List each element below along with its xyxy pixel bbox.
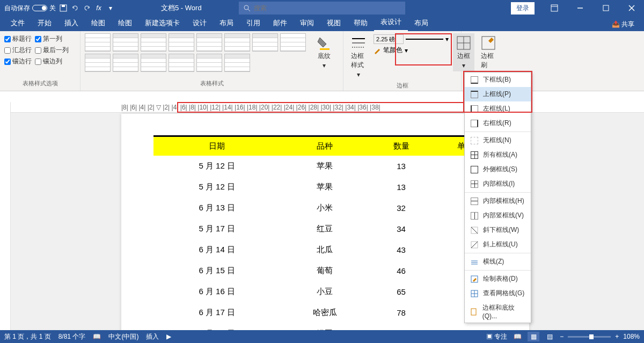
tab-draw2[interactable]: 绘图 [112, 15, 138, 31]
dd-inside-borders[interactable]: 内部框线(I) [465, 177, 531, 191]
dd-borders-dialog[interactable]: 边框和底纹(Q)... [465, 301, 531, 323]
style-thumb[interactable] [141, 54, 166, 72]
table-row[interactable]: 6 月 16 日小豆65 [153, 281, 497, 302]
focus-mode[interactable]: ▣ 专注 [486, 332, 507, 341]
tab-design[interactable]: 设计 [186, 15, 213, 31]
dd-hline[interactable]: 横线(Z) [465, 254, 531, 269]
search-box[interactable] [239, 2, 405, 14]
zoom-out-icon[interactable]: − [560, 333, 564, 340]
tab-review[interactable]: 审阅 [294, 15, 320, 31]
view-read-icon[interactable]: 📖 [511, 332, 523, 341]
chk-banded-col[interactable]: 镶边列 [35, 57, 69, 66]
redo-icon[interactable] [83, 4, 91, 12]
dd-diag-up[interactable]: 斜上框线(U) [465, 237, 531, 252]
table-cell[interactable]: 65 [369, 281, 433, 302]
dd-outside-borders[interactable]: 外侧框线(S) [465, 162, 531, 177]
table-row[interactable]: 6 月 14 日北瓜43 [153, 239, 497, 260]
ribbon-display-icon[interactable] [542, 0, 567, 16]
dd-draw-table[interactable]: 绘制表格(D) [465, 272, 531, 286]
undo-icon[interactable] [71, 4, 79, 12]
style-thumb[interactable] [196, 54, 222, 72]
dd-all-borders[interactable]: 所有框线(A) [465, 148, 531, 162]
maximize-icon[interactable] [594, 0, 618, 16]
view-print-icon[interactable]: ▦ [528, 332, 539, 341]
table-cell[interactable]: 6 月 17 日 [153, 302, 280, 323]
table-cell[interactable]: 苹果 [280, 177, 369, 198]
table-cell[interactable]: 苹果 [280, 156, 369, 177]
th-kind[interactable]: 品种 [280, 136, 369, 156]
chk-total-row[interactable]: 汇总行 [4, 46, 32, 55]
table-cell[interactable]: 6 月 13 日 [153, 198, 280, 218]
table-cell[interactable]: 5 月 12 日 [153, 156, 280, 177]
minimize-icon[interactable] [568, 0, 592, 16]
tab-draw1[interactable]: 绘图 [85, 15, 112, 31]
table-cell[interactable]: 北瓜 [280, 239, 369, 260]
table-cell[interactable]: 5 月 12 日 [153, 177, 280, 198]
chk-first-col[interactable]: 第一列 [35, 34, 69, 43]
dd-diag-down[interactable]: 斜下框线(W) [465, 223, 531, 237]
tab-file[interactable]: 文件 [4, 15, 31, 31]
th-date[interactable]: 日期 [153, 136, 280, 156]
data-table[interactable]: 日期 品种 数量 单价 5 月 12 日苹果135 月 12 日苹果136 月 … [153, 135, 497, 330]
table-cell[interactable]: 小豆 [280, 281, 369, 302]
style-thumb[interactable] [141, 33, 166, 52]
table-cell[interactable]: 哈密瓜 [280, 302, 369, 323]
login-button[interactable]: 登录 [511, 2, 535, 14]
tab-mail[interactable]: 邮件 [267, 15, 294, 31]
table-styles-gallery[interactable] [85, 33, 310, 72]
table-cell[interactable]: 葡萄 [280, 260, 369, 281]
dd-inside-h[interactable]: 内部横框线(H) [465, 194, 531, 208]
view-web-icon[interactable]: ▤ [544, 332, 555, 341]
qat-dropdown-icon[interactable]: ▾ [106, 4, 115, 12]
dd-left-border[interactable]: 左框线(L) [465, 101, 531, 116]
border-weight[interactable]: 2.25 磅 ▾ [374, 34, 449, 44]
table-cell[interactable]: 43 [369, 239, 433, 260]
tab-layout[interactable]: 布局 [213, 15, 240, 31]
table-cell[interactable]: 32 [369, 198, 433, 218]
style-thumb[interactable] [196, 33, 222, 52]
table-row[interactable]: 5 月 17 日红豆34 [153, 218, 497, 239]
table-cell[interactable]: 78 [369, 302, 433, 323]
table-cell[interactable]: 78 [369, 323, 433, 330]
dd-inside-v[interactable]: 内部竖框线(V) [465, 208, 531, 223]
tab-home[interactable]: 开始 [31, 15, 58, 31]
table-cell[interactable]: 6 月 18 日 [153, 323, 280, 330]
table-row[interactable]: 5 月 12 日苹果13 [153, 156, 497, 177]
status-lang[interactable]: 中文(中国) [108, 332, 138, 341]
status-page[interactable]: 第 1 页，共 1 页 [4, 332, 51, 341]
zoom-in-icon[interactable]: + [615, 333, 619, 340]
status-words[interactable]: 8/81 个字 [58, 332, 86, 341]
tab-table-design[interactable]: 表设计 [374, 14, 408, 31]
table-cell[interactable]: 13 [369, 177, 433, 198]
table-cell[interactable]: 4 [433, 323, 497, 330]
shading-button[interactable]: 底纹▾ [313, 33, 335, 71]
zoom-slider[interactable] [568, 336, 611, 338]
table-cell[interactable]: 小米 [280, 198, 369, 218]
table-cell[interactable]: 6 月 14 日 [153, 239, 280, 260]
tab-help[interactable]: 帮助 [347, 15, 374, 31]
table-cell[interactable]: 绿豆 [280, 323, 369, 330]
style-thumb[interactable] [85, 33, 111, 52]
autosave-toggle[interactable]: 自动保存 关 [4, 4, 56, 13]
style-thumb[interactable] [169, 33, 194, 52]
th-qty[interactable]: 数量 [369, 136, 433, 156]
save-icon[interactable] [59, 4, 68, 12]
table-row[interactable]: 6 月 17 日哈密瓜78 [153, 302, 497, 323]
pen-color-button[interactable]: 笔颜色▾ [374, 46, 449, 55]
chk-banded-row[interactable]: 镶边行 [4, 57, 32, 66]
style-thumb[interactable] [113, 54, 138, 72]
chk-last-col[interactable]: 最后一列 [35, 46, 69, 55]
status-proofing-icon[interactable]: 📖 [93, 333, 101, 340]
tab-table-layout[interactable]: 布局 [408, 15, 435, 31]
style-thumb[interactable] [85, 54, 111, 72]
table-cell[interactable]: 6 月 15 日 [153, 260, 280, 281]
table-cell[interactable]: 红豆 [280, 218, 369, 239]
style-thumb[interactable] [252, 33, 278, 52]
table-row[interactable]: 5 月 12 日苹果13 [153, 177, 497, 198]
table-row[interactable]: 6 月 18 日绿豆784 [153, 323, 497, 330]
table-cell[interactable]: 5 月 17 日 [153, 218, 280, 239]
style-thumb[interactable] [113, 33, 138, 52]
status-mode[interactable]: 插入 [146, 332, 159, 341]
chk-header-row[interactable]: 标题行 [4, 34, 32, 43]
dd-view-gridlines[interactable]: 查看网格线(G) [465, 286, 531, 301]
